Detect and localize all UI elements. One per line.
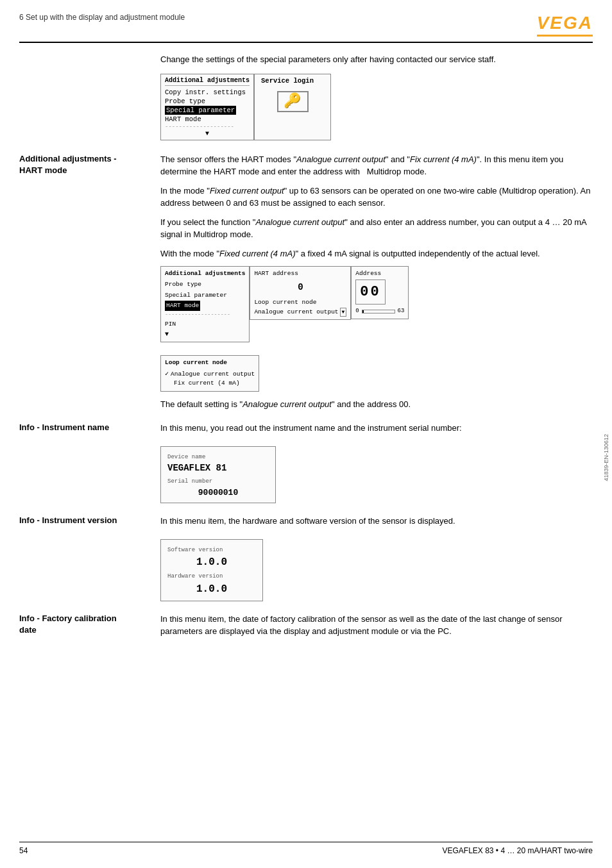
version-box: Software version 1.0.0 Hardware version … [160, 539, 263, 601]
info-instrument-name-body: In this menu, you read out the instrumen… [160, 422, 593, 503]
checkmark-icon: ✓ [165, 369, 169, 379]
service-login-icon: 🔑 [277, 91, 309, 112]
device-info-box: Device name VEGAFLEX 81 Serial number 90… [160, 446, 276, 504]
software-value: 1.0.0 [167, 555, 256, 570]
hart-mode-body: The sensor offers the HART modes "Analog… [160, 153, 593, 411]
menu-item-probe: Probe type [165, 97, 250, 106]
hart-left-title: Additional adjustments [165, 269, 245, 278]
hart-para2: In the mode "Fixed current output" up to… [160, 185, 593, 210]
service-login-widget: Additional adjustments Copy instr. setti… [160, 74, 593, 140]
address-bar-indicator [362, 310, 364, 313]
hart-special-param: Special parameter [165, 290, 245, 301]
hart-dropdown-value: Analogue current output [254, 308, 338, 317]
menu-dashes: -------------------- [165, 124, 250, 130]
hardware-value: 1.0.0 [167, 581, 256, 597]
dropdown-item-1-label: Analogue current output [171, 370, 255, 379]
menu-item-copy: Copy instr. settings [165, 88, 250, 97]
service-login-title: Service login [261, 77, 324, 85]
hart-mode-selected[interactable]: HART mode [165, 301, 200, 311]
device-name-value: VEGAFLEX 81 [167, 462, 269, 475]
footer-product-name: VEGAFLEX 83 • 4 … 20 mA/HART two-wire [442, 846, 593, 855]
info-instrument-name-label: Info - Instrument name [19, 422, 160, 503]
address-display-panel: Address 00 0 63 [351, 266, 409, 319]
footer: 54 VEGAFLEX 83 • 4 … 20 mA/HART two-wire [19, 842, 593, 855]
hart-default-note: The default setting is "Analogue current… [160, 398, 593, 411]
dropdown-item-2[interactable]: Fix current (4 mA) [165, 379, 255, 388]
hart-widgets: Additional adjustments Probe type Specia… [160, 266, 593, 342]
hart-address-panel: HART address 0 Loop current node Analogu… [250, 266, 351, 320]
info-instrument-version-body: In this menu item, the hardware and soft… [160, 515, 593, 601]
hart-address-title: HART address [254, 269, 346, 278]
menu-arrow: ▼ [165, 130, 250, 137]
left-menu-panel: Additional adjustments Copy instr. setti… [160, 74, 254, 140]
header: 6 Set up with the display and adjustment… [19, 13, 593, 43]
hart-loop-label: Loop current node [254, 298, 346, 307]
device-name-label: Device name [167, 453, 269, 462]
side-document-id: 41839-EN-130612 [603, 434, 609, 481]
logo-container: VEGA [537, 13, 593, 37]
address-big-value: 00 [355, 280, 385, 305]
hart-left-arrow: ▼ [165, 330, 245, 339]
chapter-title: 6 Set up with the display and adjustment… [19, 13, 185, 22]
service-login-panel: Service login 🔑 [254, 74, 331, 140]
menu-item-hart: HART mode [165, 115, 250, 124]
info-instrument-version-label: Info - Instrument version [19, 515, 160, 601]
hardware-label: Hardware version [167, 572, 256, 581]
info-instrument-name-text: In this menu, you read out the instrumen… [160, 422, 593, 435]
hart-para4: With the mode "Fixed current (4 mA)" a f… [160, 247, 593, 260]
info-instrument-name-section: Info - Instrument name In this menu, you… [19, 422, 593, 503]
vega-logo: VEGA [537, 13, 593, 33]
hart-para3: If you select the function "Analogue cur… [160, 216, 593, 241]
hart-mode-label: Additional adjustments - HART mode [19, 153, 160, 411]
hart-mode-section: Additional adjustments - HART mode The s… [19, 153, 593, 411]
hart-address-value: 0 [254, 280, 346, 296]
info-factory-calibration-text: In this menu item, the date of factory c… [160, 613, 593, 638]
hart-para1: The sensor offers the HART modes "Analog… [160, 153, 593, 178]
loop-dropdown: Loop current node ✓ Analogue current out… [160, 355, 259, 392]
address-range-row: 0 63 [355, 307, 404, 316]
left-menu-title: Additional adjustments [165, 77, 250, 86]
hart-probe-type: Probe type [165, 280, 245, 290]
info-instrument-version-section: Info - Instrument version In this menu i… [19, 515, 593, 601]
address-max: 63 [398, 307, 405, 316]
hart-pin: PIN [165, 319, 245, 330]
hart-left-dashes: -------------------- [165, 311, 245, 319]
footer-page-number: 54 [19, 846, 28, 855]
address-display-title: Address [355, 269, 404, 278]
address-min: 0 [355, 307, 359, 316]
serial-label: Serial number [167, 478, 269, 487]
loop-dropdown-title: Loop current node [165, 358, 255, 367]
hart-dropdown-row[interactable]: Analogue current output ▼ [254, 308, 346, 317]
info-factory-calibration-section: Info - Factory calibration date In this … [19, 613, 593, 638]
menu-item-special[interactable]: Special parameter [165, 106, 236, 115]
hart-left-panel: Additional adjustments Probe type Specia… [160, 266, 250, 342]
page-container: 6 Set up with the display and adjustment… [0, 0, 612, 868]
info-factory-calibration-body: In this menu item, the date of factory c… [160, 613, 593, 638]
service-login-icon-area: 🔑 [261, 87, 324, 115]
info-factory-calibration-label: Info - Factory calibration date [19, 613, 160, 638]
info-instrument-version-text: In this menu item, the hardware and soft… [160, 515, 593, 528]
service-login-section: Additional adjustments Copy instr. setti… [19, 74, 593, 140]
hart-dropdown-arrow[interactable]: ▼ [340, 308, 347, 317]
intro-text: Change the settings of the special param… [19, 53, 593, 66]
dropdown-item-1[interactable]: ✓ Analogue current output [165, 369, 255, 379]
address-range-bar [362, 310, 395, 313]
software-label: Software version [167, 546, 256, 555]
logo-underline [537, 35, 593, 37]
dropdown-item-2-label: Fix current (4 mA) [174, 380, 240, 387]
serial-value: 90000010 [167, 487, 269, 499]
